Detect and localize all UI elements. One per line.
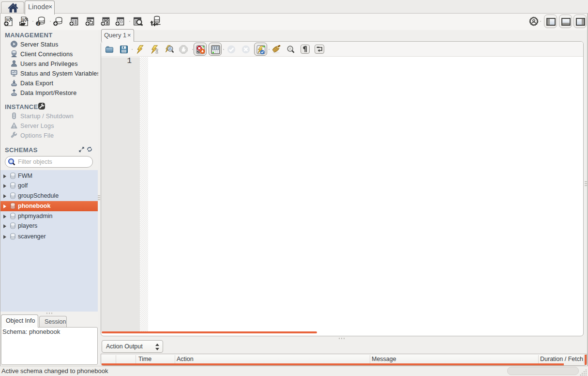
svg-text:SQL: SQL <box>6 18 12 22</box>
